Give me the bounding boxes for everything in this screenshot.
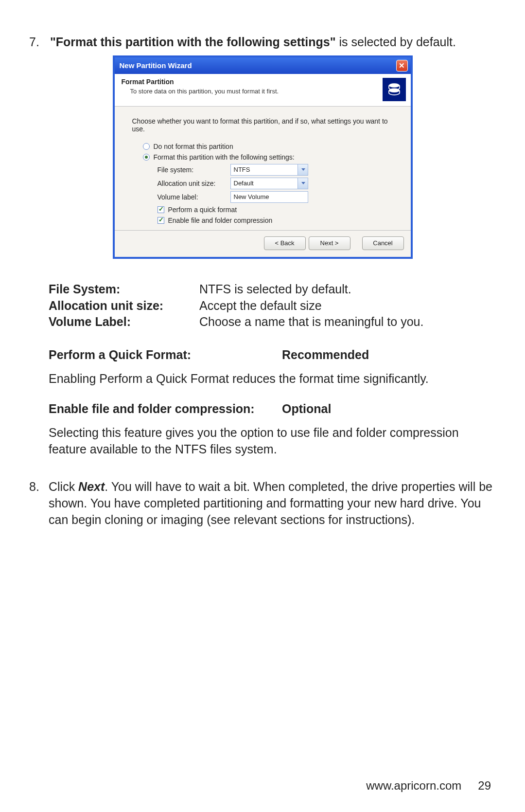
volume-label-value: New Volume [234,193,269,200]
wizard-header-subtitle: To store data on this partition, you mus… [130,88,279,95]
volume-label-input[interactable]: New Volume [230,191,308,203]
compression-key: Enable file and folder compression: [49,402,282,416]
page-footer: www.apricorn.com 29 [366,779,491,793]
allocation-unit-dropdown[interactable]: Default [230,178,308,189]
compression-checkbox-row[interactable]: Enable file and folder compression [158,217,393,224]
quick-format-value: Recommended [282,348,369,362]
wizard-header-title: Format Partition [122,78,279,86]
allocation-unit-label: Allocation unit size: [158,180,230,187]
file-system-value: NTFS [234,166,250,173]
cancel-button[interactable]: Cancel [362,236,404,250]
wizard-prompt: Choose whether you want to format this p… [132,117,393,133]
checkbox-icon [158,217,164,224]
step-8-number: 8. [29,479,49,528]
radio-icon [143,154,150,161]
step-8-text: 8. Click Next. You will have to wait a b… [29,479,496,528]
quick-format-label: Perform a quick format [168,206,237,214]
close-button[interactable]: ✕ [396,60,408,72]
field-definitions: File System: NTFS is selected by default… [49,281,496,330]
def-volume-value: Choose a name that is meaningful to you. [199,314,496,330]
close-icon: ✕ [399,61,405,70]
radio-icon [143,143,150,150]
footer-url: www.apricorn.com [366,779,461,793]
radio-do-not-format[interactable]: Do not format this partition [143,143,393,150]
checkbox-icon [158,206,164,213]
compression-label: Enable file and folder compression [168,217,273,224]
quick-format-heading: Perform a Quick Format: Recommended [49,348,496,362]
def-file-system-label: File System: [49,281,199,298]
wizard-content: Choose whether you want to format this p… [115,107,411,230]
radio-label: Do not format this partition [154,143,233,150]
window-title: New Partition Wizard [120,61,192,70]
volume-label-label: Volume label: [158,193,230,201]
new-partition-wizard-window: New Partition Wizard ✕ Format Partition … [113,55,413,259]
step-7-bold: "Format this partition with the followin… [50,35,336,49]
def-allocation-value: Accept the default size [199,298,496,314]
step-8-rest: . You will have to wait a bit. When comp… [49,480,492,526]
def-file-system-value: NTFS is selected by default. [199,281,496,298]
step-8-lead: Click [49,480,78,493]
step-7-rest: is selected by default. [336,35,456,49]
step-8-next-word: Next [78,480,105,493]
back-button[interactable]: < Back [264,236,306,250]
chevron-down-icon [301,182,305,184]
def-volume-label: Volume Label: [49,314,199,330]
wizard-header: Format Partition To store data on this p… [115,74,411,107]
partition-icon [383,78,406,101]
format-settings-group: File system: NTFS Allocation unit size: … [158,164,393,224]
compression-description: Selecting this feature gives you the opt… [49,425,476,458]
compression-value: Optional [282,402,331,416]
titlebar: New Partition Wizard ✕ [115,57,411,74]
wizard-header-text: Format Partition To store data on this p… [122,78,279,101]
svg-point-0 [388,83,399,88]
compression-heading: Enable file and folder compression: Opti… [49,402,496,416]
file-system-label: File system: [158,166,230,174]
page-number: 29 [478,779,491,793]
file-system-dropdown[interactable]: NTFS [230,164,308,176]
next-button[interactable]: Next > [309,236,350,250]
radio-format-with-settings[interactable]: Format this partition with the following… [143,153,393,161]
step-7-number: 7. [29,34,47,51]
quick-format-key: Perform a Quick Format: [49,348,282,362]
wizard-button-bar: < Back Next > Cancel [115,230,411,257]
chevron-down-icon [301,168,305,171]
step-7-text: 7. "Format this partition with the follo… [29,34,496,51]
svg-point-1 [388,88,399,92]
quick-format-description: Enabling Perform a Quick Format reduces … [49,371,476,387]
radio-label: Format this partition with the following… [154,153,295,161]
allocation-unit-value: Default [234,180,254,187]
def-allocation-label: Allocation unit size: [49,298,199,314]
quick-format-checkbox-row[interactable]: Perform a quick format [158,206,393,214]
